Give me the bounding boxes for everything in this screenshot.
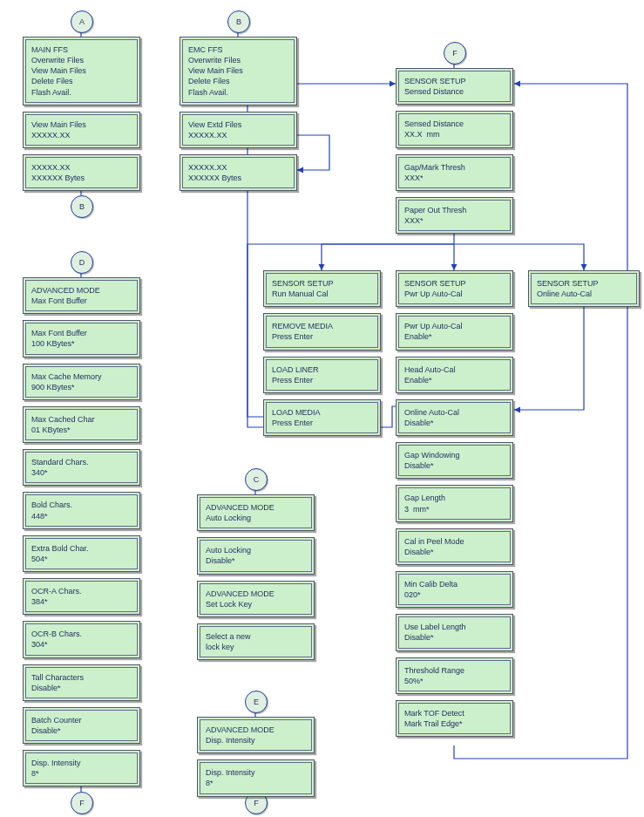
line: Press Enter	[272, 418, 372, 428]
column-manual-cal: SENSOR SETUP Run Manual Cal REMOVE MEDIA…	[263, 270, 381, 442]
line: Batch Counter	[31, 715, 132, 725]
line: 8*	[206, 778, 306, 788]
line: Set Lock Key	[206, 599, 306, 609]
line: Extra Bold Char.	[31, 543, 132, 554]
line: Sensed Distance	[404, 119, 505, 129]
line: Disable*	[404, 460, 505, 471]
box-adv-autolock: ADVANCED MODE Auto Locking	[197, 494, 315, 531]
line: Bold Chars.	[31, 500, 132, 510]
box-sensed-dist: Sensed Distance XX.X mm	[396, 111, 513, 147]
box-sensor-manual: SENSOR SETUP Run Manual Cal	[263, 270, 381, 307]
line: XXX*	[404, 215, 505, 226]
line: XXXXX.XX	[188, 130, 288, 140]
connector-A-top: A	[71, 10, 93, 33]
line: OCR-B Chars.	[31, 629, 132, 639]
connector-F-bottomA: F	[71, 792, 93, 814]
line: 448*	[31, 511, 132, 521]
line: Delete Files	[31, 76, 132, 86]
line: LOAD LINER	[272, 364, 372, 375]
line: View Main Files	[188, 65, 288, 76]
line: Run Manual Cal	[272, 289, 372, 299]
line: OCR-A Chars.	[31, 586, 132, 596]
connector-E-top: E	[245, 691, 268, 713]
box-adv-maxfont: ADVANCED MODE Max Font Buffer	[23, 277, 140, 314]
line: Select a new	[206, 631, 306, 642]
line: SENSOR SETUP	[537, 278, 631, 289]
line: Threshold Range	[404, 665, 505, 676]
box-gap-length: Gap Length 3 mm*	[396, 485, 513, 521]
box-online-autocal: Online Auto-Cal Disable*	[396, 399, 513, 436]
line: Delete Files	[188, 76, 288, 86]
line: Disable*	[31, 725, 132, 736]
line: Disp. Intensity	[206, 767, 306, 778]
line: Pwr Up Auto-Cal	[404, 321, 505, 331]
box-gap-windowing: Gap Windowing Disable*	[396, 442, 513, 479]
line: Paper Out Thresh	[404, 205, 505, 215]
line: Disable*	[206, 555, 306, 566]
line: SENSOR SETUP	[404, 76, 505, 86]
line: XXXXX.XX	[188, 162, 288, 173]
line: 8*	[31, 768, 132, 779]
line: Auto Locking	[206, 545, 306, 555]
line: Head Auto-Cal	[404, 364, 505, 375]
line: ADVANCED MODE	[206, 502, 306, 513]
box-load-liner: LOAD LINER Press Enter	[263, 357, 381, 393]
line: Flash Avail.	[31, 87, 132, 98]
box-head-autocal: Head Auto-Cal Enable*	[396, 357, 513, 393]
line: Sensed Distance	[404, 86, 505, 97]
connector-F-top: F	[444, 42, 466, 65]
line: Disp. Intensity	[206, 735, 306, 746]
box-gap-thresh: Gap/Mark Thresh XXX*	[396, 154, 513, 191]
line: Overwrite Files	[31, 55, 132, 65]
line: lock key	[206, 642, 306, 652]
line: Mark TOF Detect	[404, 708, 505, 718]
box-sensor-pwrup: SENSOR SETUP Pwr Up Auto-Cal	[396, 270, 513, 307]
column-sensor-setup-top: SENSOR SETUP Sensed Distance Sensed Dist…	[396, 68, 513, 240]
connector-B-bottom: B	[71, 195, 93, 218]
line: XXXXX.XX	[31, 162, 132, 173]
box-maxfont-100k: Max Font Buffer 100 KBytes*	[23, 320, 140, 357]
box-batch-counter: Batch Counter Disable*	[23, 707, 140, 744]
line: Disable*	[31, 683, 132, 693]
box-tall-chars: Tall Characters Disable*	[23, 664, 140, 701]
box-xbold-chars: Extra Bold Char. 504*	[23, 535, 140, 572]
line: 384*	[31, 596, 132, 607]
line: 020*	[404, 589, 505, 600]
box-use-label-len: Use Label Length Disable*	[396, 614, 513, 650]
column-advanced-disp: ADVANCED MODE Disp. Intensity Disp. Inte…	[197, 717, 315, 803]
line: Online Auto-Cal	[537, 289, 631, 299]
line: Online Auto-Cal	[404, 407, 505, 418]
line: 900 KBytes*	[31, 382, 132, 392]
line: XXX*	[404, 173, 505, 183]
connector-B-top: B	[227, 10, 250, 33]
box-disp-intensity-d: Disp. Intensity 8*	[23, 750, 140, 786]
box-paper-out: Paper Out Thresh XXX*	[396, 197, 513, 234]
connector-D-top: D	[71, 251, 93, 274]
box-maxcached-char: Max Cached Char 01 KBytes*	[23, 406, 140, 443]
line: Pwr Up Auto-Cal	[404, 289, 505, 299]
box-ocra-chars: OCR-A Chars. 384*	[23, 578, 140, 615]
line: ADVANCED MODE	[206, 589, 306, 599]
line: 340*	[31, 467, 132, 478]
box-emc-ffs-view: View Extd Files XXXXX.XX	[180, 112, 297, 148]
line: 504*	[31, 554, 132, 564]
line: Standard Chars.	[31, 457, 132, 467]
line: Auto Locking	[206, 513, 306, 523]
line: 100 KBytes*	[31, 338, 132, 349]
line: XX.X mm	[404, 129, 505, 140]
box-adv-setlockkey: ADVANCED MODE Set Lock Key	[197, 581, 315, 617]
column-advanced-locking: ADVANCED MODE Auto Locking Auto Locking …	[197, 494, 315, 666]
line: REMOVE MEDIA	[272, 321, 372, 331]
box-load-media: LOAD MEDIA Press Enter	[263, 399, 381, 436]
box-remove-media: REMOVE MEDIA Press Enter	[263, 313, 381, 350]
line: LOAD MEDIA	[272, 407, 372, 418]
line: ADVANCED MODE	[206, 725, 306, 735]
line: Gap Length	[404, 493, 505, 503]
line: Max Cache Memory	[31, 371, 132, 382]
line: Max Font Buffer	[31, 296, 132, 306]
line: Disable*	[404, 418, 505, 428]
column-advanced-fonts: ADVANCED MODE Max Font Buffer Max Font B…	[23, 277, 140, 793]
line: Enable*	[404, 375, 505, 385]
line: Disp. Intensity	[31, 758, 132, 768]
line: Tall Characters	[31, 672, 132, 683]
